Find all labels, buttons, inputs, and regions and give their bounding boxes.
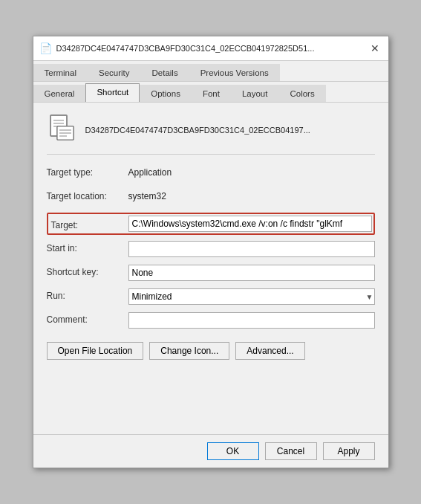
tab-layout[interactable]: Layout	[231, 85, 279, 102]
file-icon	[47, 113, 76, 146]
comment-row: Comment:	[47, 312, 375, 330]
target-location-row: Target location: system32	[47, 189, 375, 207]
start-in-label: Start in:	[47, 241, 128, 253]
run-select-wrapper: Normal window Minimized Maximized ▼	[128, 288, 375, 305]
content-area: D34287DC4E0474747D3CBA9FD30C31C4_02ECCB0…	[33, 103, 388, 434]
tab-font[interactable]: Font	[192, 85, 231, 102]
shortcut-key-label: Shortcut key:	[47, 265, 128, 277]
open-file-location-button[interactable]: Open File Location	[47, 342, 144, 360]
run-select[interactable]: Normal window Minimized Maximized	[128, 288, 375, 305]
target-type-value: Application	[128, 165, 172, 178]
dialog-window: 📄 D34287DC4E0474747D3CBA9FD30C31C4_02ECC…	[33, 36, 389, 468]
tab-general[interactable]: General	[33, 85, 86, 102]
spacer	[47, 364, 375, 424]
bottom-bar: OK Cancel Apply	[33, 434, 388, 468]
start-in-input[interactable]	[128, 241, 375, 257]
cancel-button[interactable]: Cancel	[265, 442, 317, 460]
apply-button[interactable]: Apply	[323, 442, 375, 460]
tab-details[interactable]: Details	[141, 64, 189, 81]
target-type-label: Target type:	[47, 165, 128, 178]
start-in-row: Start in:	[47, 241, 375, 259]
target-label: Target:	[50, 218, 128, 230]
close-button[interactable]: ✕	[368, 41, 382, 56]
tabs-row-1: Terminal Security Details Previous Versi…	[33, 61, 388, 82]
title-bar: 📄 D34287DC4E0474747D3CBA9FD30C31C4_02ECC…	[33, 36, 388, 61]
target-row: Target:	[47, 213, 375, 235]
tab-previous-versions[interactable]: Previous Versions	[189, 64, 280, 81]
tab-colors[interactable]: Colors	[278, 85, 325, 102]
tab-terminal[interactable]: Terminal	[33, 64, 88, 81]
comment-label: Comment:	[47, 312, 128, 325]
shortcut-key-row: Shortcut key:	[47, 265, 375, 282]
target-input[interactable]	[128, 216, 372, 232]
tab-shortcut[interactable]: Shortcut	[85, 83, 140, 102]
run-row: Run: Normal window Minimized Maximized ▼	[47, 288, 375, 306]
tab-security[interactable]: Security	[88, 64, 141, 81]
advanced-button[interactable]: Advanced...	[235, 342, 304, 360]
title-text: D34287DC4E0474747D3CBA9FD30C31C4_02ECCB0…	[56, 44, 315, 53]
title-bar-left: 📄 D34287DC4E0474747D3CBA9FD30C31C4_02ECC…	[39, 42, 315, 54]
tabs-row-2: General Shortcut Options Font Layout Col…	[33, 82, 388, 103]
shortcut-key-input[interactable]	[128, 265, 375, 281]
title-icon: 📄	[39, 42, 52, 54]
run-label: Run:	[47, 288, 128, 301]
action-buttons: Open File Location Change Icon... Advanc…	[47, 342, 375, 360]
file-name: D34287DC4E0474747D3CBA9FD30C31C4_02ECCB0…	[85, 126, 310, 135]
comment-input[interactable]	[128, 312, 375, 329]
target-location-value: system32	[128, 189, 166, 201]
file-header: D34287DC4E0474747D3CBA9FD30C31C4_02ECCB0…	[47, 113, 375, 155]
change-icon-button[interactable]: Change Icon...	[149, 342, 229, 360]
target-type-row: Target type: Application	[47, 165, 375, 183]
ok-button[interactable]: OK	[207, 442, 259, 460]
tab-options[interactable]: Options	[140, 85, 192, 102]
target-location-label: Target location:	[47, 189, 128, 201]
